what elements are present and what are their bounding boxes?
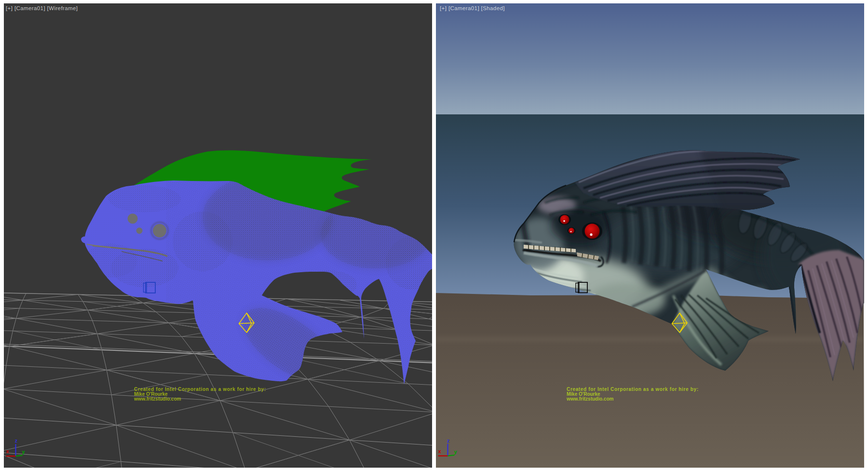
- svg-text:z: z: [15, 438, 18, 444]
- svg-text:y: y: [454, 449, 457, 455]
- svg-text:y: y: [22, 449, 25, 455]
- svg-text:z: z: [447, 438, 450, 444]
- svg-text:www.fritzstudio.com: www.fritzstudio.com: [134, 396, 181, 402]
- svg-text:x: x: [438, 448, 441, 454]
- svg-text:x: x: [6, 448, 9, 454]
- svg-text:www.fritzstudio.com: www.fritzstudio.com: [566, 396, 614, 402]
